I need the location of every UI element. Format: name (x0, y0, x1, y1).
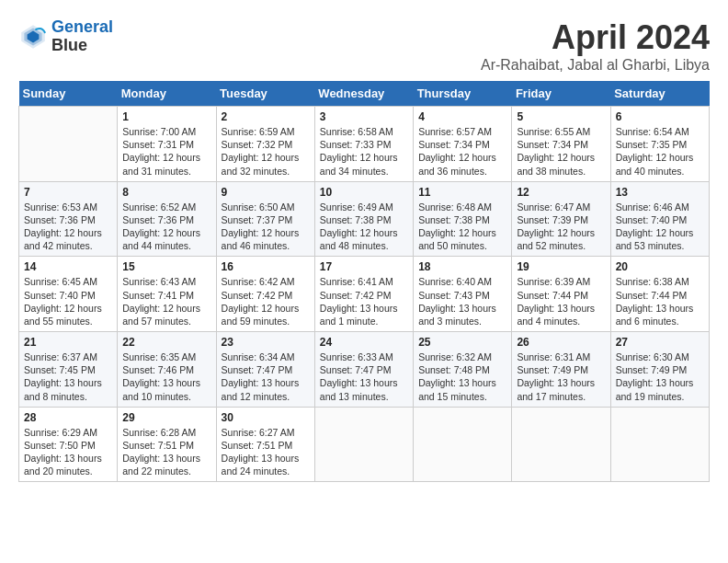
calendar-cell: 23 Sunrise: 6:34 AMSunset: 7:47 PMDaylig… (216, 332, 314, 408)
day-number: 19 (517, 260, 605, 273)
weekday-header-friday: Friday (512, 81, 610, 107)
calendar-cell: 4 Sunrise: 6:57 AMSunset: 7:34 PMDayligh… (414, 107, 512, 182)
cell-info: Sunrise: 6:29 AMSunset: 7:50 PMDaylight:… (24, 426, 112, 478)
calendar-cell (314, 407, 413, 482)
calendar-cell: 10 Sunrise: 6:49 AMSunset: 7:38 PMDaylig… (314, 181, 413, 257)
cell-info: Sunrise: 6:42 AMSunset: 7:42 PMDaylight:… (222, 275, 310, 327)
calendar-cell (414, 407, 512, 482)
day-number: 16 (222, 260, 310, 273)
calendar-cell: 1 Sunrise: 7:00 AMSunset: 7:31 PMDayligh… (118, 107, 216, 182)
calendar-cell: 5 Sunrise: 6:55 AMSunset: 7:34 PMDayligh… (512, 107, 610, 182)
day-number: 15 (122, 260, 210, 273)
day-number: 30 (222, 411, 310, 424)
cell-info: Sunrise: 6:58 AMSunset: 7:33 PMDaylight:… (320, 125, 408, 178)
logo: General Blue (18, 18, 113, 55)
calendar-week-5: 28 Sunrise: 6:29 AMSunset: 7:50 PMDaylig… (19, 407, 710, 482)
calendar-cell (512, 407, 610, 482)
cell-info: Sunrise: 6:41 AMSunset: 7:42 PMDaylight:… (320, 275, 408, 327)
calendar-cell: 30 Sunrise: 6:27 AMSunset: 7:51 PMDaylig… (216, 407, 314, 482)
title-block: April 2024 Ar-Rahaibat, Jabal al Gharbi,… (481, 18, 710, 74)
cell-info: Sunrise: 6:38 AMSunset: 7:44 PMDaylight:… (616, 275, 704, 327)
calendar-cell (19, 107, 118, 182)
calendar-cell: 28 Sunrise: 6:29 AMSunset: 7:50 PMDaylig… (19, 407, 118, 482)
day-number: 3 (320, 110, 408, 123)
calendar-cell: 13 Sunrise: 6:46 AMSunset: 7:40 PMDaylig… (610, 181, 709, 257)
logo-line1: General (51, 17, 113, 36)
cell-info: Sunrise: 6:52 AMSunset: 7:36 PMDaylight:… (122, 201, 210, 253)
day-number: 14 (24, 260, 112, 273)
calendar-cell: 6 Sunrise: 6:54 AMSunset: 7:35 PMDayligh… (610, 107, 709, 182)
cell-info: Sunrise: 6:47 AMSunset: 7:39 PMDaylight:… (517, 201, 605, 253)
calendar-cell: 18 Sunrise: 6:40 AMSunset: 7:43 PMDaylig… (414, 257, 512, 332)
day-number: 10 (320, 186, 408, 199)
calendar-cell: 29 Sunrise: 6:28 AMSunset: 7:51 PMDaylig… (118, 407, 216, 482)
calendar-cell: 24 Sunrise: 6:33 AMSunset: 7:47 PMDaylig… (314, 332, 413, 408)
day-number: 13 (616, 186, 704, 199)
weekday-header-saturday: Saturday (610, 81, 709, 107)
calendar-cell: 22 Sunrise: 6:35 AMSunset: 7:46 PMDaylig… (118, 332, 216, 408)
cell-info: Sunrise: 6:46 AMSunset: 7:40 PMDaylight:… (616, 201, 704, 253)
day-number: 8 (122, 186, 210, 199)
cell-info: Sunrise: 6:30 AMSunset: 7:49 PMDaylight:… (616, 350, 704, 403)
day-number: 1 (122, 110, 210, 123)
calendar-cell: 12 Sunrise: 6:47 AMSunset: 7:39 PMDaylig… (512, 181, 610, 257)
calendar-cell: 11 Sunrise: 6:48 AMSunset: 7:38 PMDaylig… (414, 181, 512, 257)
calendar-week-3: 14 Sunrise: 6:45 AMSunset: 7:40 PMDaylig… (19, 257, 710, 332)
day-number: 20 (616, 260, 704, 273)
calendar-week-1: 1 Sunrise: 7:00 AMSunset: 7:31 PMDayligh… (19, 107, 710, 182)
day-number: 9 (222, 186, 310, 199)
day-number: 26 (517, 336, 605, 349)
cell-info: Sunrise: 6:27 AMSunset: 7:51 PMDaylight:… (222, 426, 310, 478)
logo-text: General Blue (51, 18, 113, 55)
day-number: 22 (122, 336, 210, 349)
day-number: 2 (222, 110, 310, 123)
cell-info: Sunrise: 6:50 AMSunset: 7:37 PMDaylight:… (222, 201, 310, 253)
day-number: 29 (122, 411, 210, 424)
calendar-cell: 25 Sunrise: 6:32 AMSunset: 7:48 PMDaylig… (414, 332, 512, 408)
cell-info: Sunrise: 6:34 AMSunset: 7:47 PMDaylight:… (222, 350, 310, 403)
calendar-cell: 2 Sunrise: 6:59 AMSunset: 7:32 PMDayligh… (216, 107, 314, 182)
main-title: April 2024 (481, 18, 710, 57)
cell-info: Sunrise: 6:59 AMSunset: 7:32 PMDaylight:… (222, 125, 310, 178)
calendar-cell: 27 Sunrise: 6:30 AMSunset: 7:49 PMDaylig… (610, 332, 709, 408)
calendar-cell: 17 Sunrise: 6:41 AMSunset: 7:42 PMDaylig… (314, 257, 413, 332)
day-number: 28 (24, 411, 112, 424)
weekday-header-wednesday: Wednesday (314, 81, 413, 107)
cell-info: Sunrise: 6:49 AMSunset: 7:38 PMDaylight:… (320, 201, 408, 253)
cell-info: Sunrise: 6:55 AMSunset: 7:34 PMDaylight:… (517, 125, 605, 178)
weekday-header-sunday: Sunday (19, 81, 118, 107)
day-number: 6 (616, 110, 704, 123)
cell-info: Sunrise: 6:31 AMSunset: 7:49 PMDaylight:… (517, 350, 605, 403)
calendar-cell: 7 Sunrise: 6:53 AMSunset: 7:36 PMDayligh… (19, 181, 118, 257)
cell-info: Sunrise: 6:37 AMSunset: 7:45 PMDaylight:… (24, 350, 112, 403)
day-number: 4 (418, 110, 506, 123)
day-number: 18 (418, 260, 506, 273)
page-header: General Blue April 2024 Ar-Rahaibat, Jab… (18, 18, 710, 74)
day-number: 17 (320, 260, 408, 273)
calendar-week-2: 7 Sunrise: 6:53 AMSunset: 7:36 PMDayligh… (19, 181, 710, 257)
calendar-cell (610, 407, 709, 482)
calendar-cell: 26 Sunrise: 6:31 AMSunset: 7:49 PMDaylig… (512, 332, 610, 408)
location-subtitle: Ar-Rahaibat, Jabal al Gharbi, Libya (481, 57, 710, 74)
weekday-header-monday: Monday (118, 81, 216, 107)
calendar-cell: 20 Sunrise: 6:38 AMSunset: 7:44 PMDaylig… (610, 257, 709, 332)
calendar-cell: 9 Sunrise: 6:50 AMSunset: 7:37 PMDayligh… (216, 181, 314, 257)
calendar-cell: 15 Sunrise: 6:43 AMSunset: 7:41 PMDaylig… (118, 257, 216, 332)
cell-info: Sunrise: 7:00 AMSunset: 7:31 PMDaylight:… (122, 125, 210, 178)
cell-info: Sunrise: 6:53 AMSunset: 7:36 PMDaylight:… (24, 201, 112, 253)
calendar-cell: 19 Sunrise: 6:39 AMSunset: 7:44 PMDaylig… (512, 257, 610, 332)
cell-info: Sunrise: 6:33 AMSunset: 7:47 PMDaylight:… (320, 350, 408, 403)
calendar-cell: 8 Sunrise: 6:52 AMSunset: 7:36 PMDayligh… (118, 181, 216, 257)
cell-info: Sunrise: 6:40 AMSunset: 7:43 PMDaylight:… (418, 275, 506, 327)
cell-info: Sunrise: 6:54 AMSunset: 7:35 PMDaylight:… (616, 125, 704, 178)
logo-line2: Blue (51, 37, 113, 55)
day-number: 25 (418, 336, 506, 349)
logo-icon (18, 22, 48, 52)
calendar-cell: 14 Sunrise: 6:45 AMSunset: 7:40 PMDaylig… (19, 257, 118, 332)
weekday-header-thursday: Thursday (414, 81, 512, 107)
cell-info: Sunrise: 6:39 AMSunset: 7:44 PMDaylight:… (517, 275, 605, 327)
calendar-cell: 21 Sunrise: 6:37 AMSunset: 7:45 PMDaylig… (19, 332, 118, 408)
day-number: 27 (616, 336, 704, 349)
day-number: 24 (320, 336, 408, 349)
calendar-cell: 16 Sunrise: 6:42 AMSunset: 7:42 PMDaylig… (216, 257, 314, 332)
